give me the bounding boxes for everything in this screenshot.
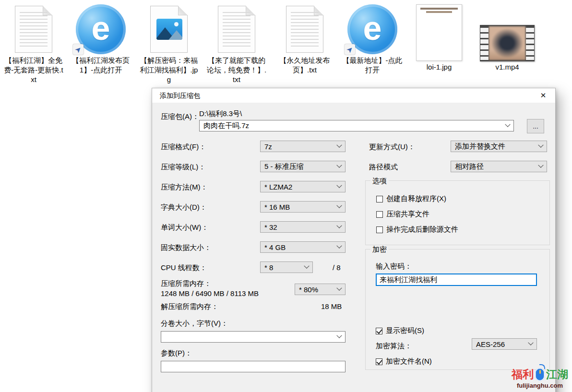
archive-path: D:\福利8.3号\ <box>199 109 242 119</box>
desktop-icon-file2[interactable]: 【来了就能下载的论坛，纯免费！】.txt <box>205 3 268 84</box>
options-group-title: 选项 <box>370 177 389 186</box>
checkbox-unchecked-icon <box>376 211 383 218</box>
solid-size-select[interactable]: * 4 GB <box>260 241 346 253</box>
shortcut-arrow-icon: ➤ <box>345 44 355 55</box>
video-thumbnail <box>476 3 539 62</box>
desktop-icon-file1[interactable]: 【福利江湖】全免费-无套路-更新快.txt <box>2 3 65 84</box>
chevron-down-icon <box>336 243 342 249</box>
browser-icon: e ➤ <box>341 3 404 56</box>
browse-button[interactable]: ... <box>527 119 544 133</box>
mouse-icon <box>535 368 545 381</box>
update-mode-select[interactable]: 添加并替换文件 <box>451 141 547 152</box>
compress-shared-checkbox[interactable]: 压缩共享文件 <box>376 210 429 219</box>
dialog-title: 添加到压缩包 <box>160 92 200 100</box>
delete-after-checkbox[interactable]: 操作完成后删除源文件 <box>376 225 458 234</box>
icon-label: 【永久地址发布页】.txt <box>273 56 336 75</box>
create-sfx-checkbox[interactable]: 创建自释放程序(X) <box>376 194 446 203</box>
format-label: 压缩格式(F)： <box>161 143 206 152</box>
solid-size-label: 固实数据大小： <box>161 243 211 252</box>
chevron-down-icon <box>336 183 342 188</box>
icon-label: 【来了就能下载的论坛，纯免费！】.txt <box>205 56 268 84</box>
compress-memory-value: 1248 MB / 6490 MB / 8113 MB <box>161 289 259 297</box>
level-label: 压缩等级(L)： <box>161 163 205 172</box>
chevron-down-icon <box>336 203 342 208</box>
cpu-threads-max: / 8 <box>333 263 341 272</box>
decompress-memory-label: 解压缩所需内存： <box>161 302 218 311</box>
text-file-icon <box>273 3 336 56</box>
encryption-group-title: 加密 <box>370 245 389 254</box>
cpu-threads-label: CPU 线程数： <box>161 263 207 273</box>
dict-size-select[interactable]: * 16 MB <box>260 201 346 213</box>
show-password-checkbox[interactable]: 显示密码(S) <box>376 326 424 335</box>
encrypt-method-label: 加密算法： <box>376 342 412 351</box>
dict-size-label: 字典大小(D)： <box>161 203 207 212</box>
word-size-select[interactable]: * 32 <box>260 221 346 233</box>
method-label: 压缩方法(M)： <box>161 183 208 192</box>
method-select[interactable]: * LZMA2 <box>260 181 346 192</box>
brand-domain: fulijianghu.com <box>512 382 568 389</box>
brand-text-right: 江湖 <box>546 367 568 382</box>
shortcut-arrow-icon: ➤ <box>73 44 83 55</box>
level-select[interactable]: 5 - 标准压缩 <box>260 161 346 172</box>
volume-size-combobox[interactable] <box>161 331 346 343</box>
chevron-down-icon <box>505 122 510 127</box>
chevron-down-icon <box>336 333 342 338</box>
icon-label: 【最新地址】-点此打开 <box>341 56 404 75</box>
archive-name-combobox[interactable]: 肉肉在干吗.7z <box>199 120 514 131</box>
chevron-down-icon <box>528 340 533 345</box>
update-mode-label: 更新方式(U)： <box>369 143 415 152</box>
close-icon[interactable]: ✕ <box>536 90 550 101</box>
cpu-threads-select[interactable]: * 8 <box>260 261 313 273</box>
parameters-label: 参数(P)： <box>161 349 192 358</box>
chevron-down-icon <box>336 143 342 148</box>
desktop-icon-photo[interactable]: loi-1.jpg <box>407 3 471 72</box>
checkbox-unchecked-icon <box>376 196 383 202</box>
site-watermark: 福利 江湖 fulijianghu.com <box>512 367 568 389</box>
dialog-titlebar: 添加到压缩包 ✕ <box>152 88 555 103</box>
chevron-down-icon <box>336 163 342 168</box>
volume-size-label: 分卷大小，字节(V)： <box>161 319 228 328</box>
text-file-icon <box>205 3 268 56</box>
format-select[interactable]: 7z <box>260 141 346 152</box>
path-mode-label: 路径模式 <box>369 163 398 172</box>
icon-label: loi-1.jpg <box>407 62 471 72</box>
path-mode-select[interactable]: 相对路径 <box>451 161 547 172</box>
icon-label: 【福利江湖发布页1】-点此打开 <box>69 56 132 75</box>
checkbox-unchecked-icon <box>376 226 383 233</box>
photo-thumbnail <box>407 3 471 62</box>
desktop-icon-shortcut2[interactable]: e ➤ 【最新地址】-点此打开 <box>341 3 404 75</box>
encrypt-filenames-checkbox[interactable]: 加密文件名(N) <box>376 357 432 366</box>
chevron-down-icon <box>304 263 309 269</box>
encrypt-method-select[interactable]: AES-256 <box>472 338 537 350</box>
decompress-memory-value: 18 MB <box>321 302 342 310</box>
chevron-down-icon <box>336 223 342 228</box>
desktop-icon-file3[interactable]: 【永久地址发布页】.txt <box>273 3 336 75</box>
browser-icon: e ➤ <box>69 3 132 56</box>
archive-label: 压缩包(A)： <box>161 112 199 121</box>
desktop-icon-image1[interactable]: 【解压密码：来福利江湖找福利】.jpg <box>137 3 201 84</box>
checkbox-checked-icon <box>376 358 382 365</box>
chevron-down-icon <box>538 163 543 168</box>
text-file-icon <box>2 3 65 56</box>
memory-percent-select[interactable]: * 80% <box>295 284 346 295</box>
compress-memory-label: 压缩所需内存： <box>161 279 211 288</box>
desktop-icon-video[interactable]: v1.mp4 <box>476 3 539 72</box>
image-file-icon <box>137 3 201 56</box>
word-size-label: 单词大小(W)： <box>161 223 208 232</box>
brand-text-left: 福利 <box>512 367 534 382</box>
password-input[interactable] <box>376 273 537 286</box>
chevron-down-icon <box>538 143 543 148</box>
icon-label: v1.mp4 <box>476 62 539 72</box>
icon-label: 【福利江湖】全免费-无套路-更新快.txt <box>2 56 65 84</box>
desktop-icon-shortcut1[interactable]: e ➤ 【福利江湖发布页1】-点此打开 <box>69 3 132 75</box>
parameters-input[interactable] <box>161 361 346 372</box>
checkbox-checked-icon <box>376 328 382 334</box>
icon-label: 【解压密码：来福利江湖找福利】.jpg <box>137 56 201 84</box>
chevron-down-icon <box>336 285 342 291</box>
add-to-archive-dialog: 添加到压缩包 ✕ 压缩包(A)： D:\福利8.3号\ 肉肉在干吗.7z ...… <box>152 88 556 392</box>
password-label: 输入密码： <box>376 262 412 271</box>
